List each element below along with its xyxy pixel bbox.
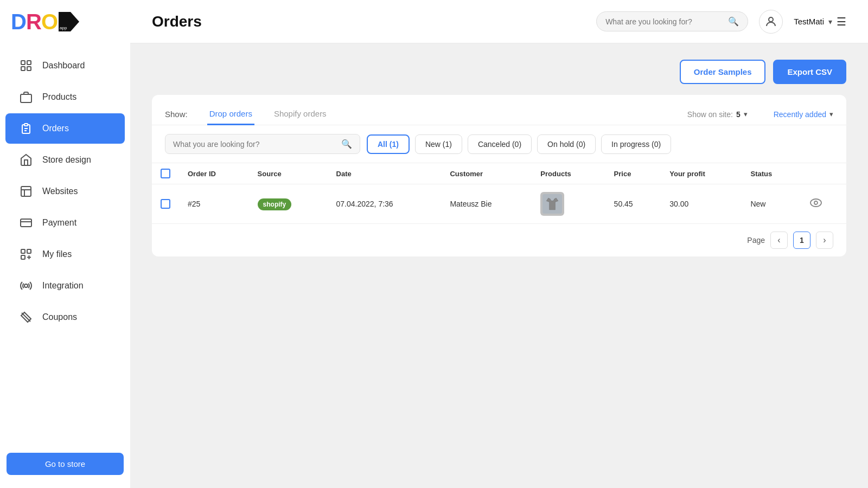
table-row: #25 shopify 07.04.2022, 7:36 Mateusz Bie <box>152 184 846 224</box>
sidebar-item-orders[interactable]: Orders <box>5 113 125 144</box>
sidebar-item-coupons[interactable]: Coupons <box>5 302 125 332</box>
filter-on-hold[interactable]: On hold (0) <box>537 134 596 154</box>
row-checkbox[interactable] <box>161 199 170 209</box>
col-source: Source <box>249 163 328 184</box>
svg-rect-17 <box>21 219 31 227</box>
sidebar-nav: Dashboard Products Orders <box>0 44 130 444</box>
username-label: TestMati <box>794 17 824 26</box>
svg-rect-20 <box>27 249 31 253</box>
store-design-icon <box>18 152 34 168</box>
svg-text:O: O <box>41 10 58 34</box>
svg-rect-10 <box>27 67 31 70</box>
search-icon: 🔍 <box>728 16 739 27</box>
order-samples-button[interactable]: Order Samples <box>680 60 766 84</box>
sidebar-item-store-design[interactable]: Store design <box>5 145 125 175</box>
tab-drop-orders[interactable]: Drop orders <box>207 104 254 125</box>
show-on-site-chevron[interactable]: ▾ <box>744 110 748 118</box>
chevron-down-icon: ▾ <box>828 17 832 26</box>
table-search-icon: 🔍 <box>341 139 352 149</box>
tab-shopify-orders[interactable]: Shopify orders <box>272 104 329 125</box>
show-label: Show: <box>165 110 188 119</box>
filter-in-progress[interactable]: In progress (0) <box>601 134 671 154</box>
col-order-id: Order ID <box>179 163 249 184</box>
svg-point-22 <box>24 284 28 287</box>
main-content: Orders 🔍 TestMati ▾ ☰ Order Samples Expo… <box>130 0 868 488</box>
svg-point-24 <box>769 17 773 22</box>
dashboard-icon <box>18 58 34 73</box>
svg-rect-19 <box>21 249 25 253</box>
search-input[interactable] <box>605 17 724 26</box>
col-profit: Your profit <box>661 163 742 184</box>
sidebar-item-products[interactable]: Products <box>5 82 125 112</box>
col-checkbox <box>152 163 179 184</box>
page-title: Orders <box>152 13 585 30</box>
recently-added-label: Recently added <box>774 110 826 119</box>
status-badge: New <box>750 200 765 208</box>
export-csv-button[interactable]: Export CSV <box>773 60 846 84</box>
hamburger-icon[interactable]: ☰ <box>837 15 846 28</box>
sidebar-item-dashboard[interactable]: Dashboard <box>5 50 125 81</box>
websites-icon <box>18 184 34 199</box>
action-bar: Order Samples Export CSV <box>152 60 846 84</box>
sidebar-item-label: Orders <box>42 124 69 133</box>
tshirt-icon <box>542 194 562 214</box>
table-search[interactable]: 🔍 <box>165 134 360 154</box>
table-search-input[interactable] <box>173 140 337 149</box>
sidebar-item-label: Store design <box>42 155 91 165</box>
avatar-icon <box>764 15 777 28</box>
page-label: Page <box>747 236 765 245</box>
logo-svg: D R O app <box>11 10 81 34</box>
sidebar-item-payment[interactable]: Payment <box>5 208 125 238</box>
my-files-icon <box>18 247 34 262</box>
col-actions <box>801 163 846 184</box>
sidebar-item-label: Dashboard <box>42 61 85 70</box>
sidebar-item-integration[interactable]: Integration <box>5 271 125 301</box>
user-avatar[interactable] <box>759 10 783 34</box>
svg-rect-9 <box>21 67 25 70</box>
filter-all[interactable]: All (1) <box>367 134 410 154</box>
sidebar-bottom: Go to store <box>0 444 130 488</box>
col-date: Date <box>328 163 442 184</box>
payment-icon <box>18 215 34 230</box>
price-cell: 50.45 <box>605 184 661 224</box>
sidebar-item-my-files[interactable]: My files <box>5 239 125 269</box>
logo: D R O app <box>0 0 130 44</box>
eye-icon <box>810 198 822 207</box>
recently-added-filter[interactable]: Recently added ▾ <box>774 110 833 119</box>
sidebar-item-label: My files <box>42 249 72 259</box>
pagination: Page ‹ 1 › <box>152 224 846 256</box>
source-cell: shopify <box>249 184 328 224</box>
select-all-checkbox[interactable] <box>161 169 170 178</box>
date-cell: 07.04.2022, 7:36 <box>328 184 442 224</box>
header: Orders 🔍 TestMati ▾ ☰ <box>130 0 868 43</box>
filter-bar: 🔍 All (1) New (1) Canceled (0) On hold (… <box>152 125 846 163</box>
sidebar-item-websites[interactable]: Websites <box>5 176 125 207</box>
products-icon <box>18 89 34 105</box>
product-thumbnail <box>540 192 564 216</box>
col-status: Status <box>742 163 801 184</box>
svg-rect-8 <box>27 61 31 65</box>
orders-card: Show: Drop orders Shopify orders Show on… <box>152 95 846 256</box>
svg-rect-14 <box>21 187 31 196</box>
sidebar-item-label: Coupons <box>42 312 77 322</box>
coupons-icon <box>18 310 34 325</box>
shopify-badge: shopify <box>258 198 292 210</box>
prev-page-button[interactable]: ‹ <box>770 232 788 249</box>
view-icon[interactable] <box>810 198 822 209</box>
svg-rect-7 <box>21 61 25 65</box>
user-menu[interactable]: TestMati ▾ ☰ <box>794 15 846 28</box>
sidebar-item-label: Payment <box>42 218 76 228</box>
tabs-row: Show: Drop orders Shopify orders Show on… <box>152 95 846 125</box>
col-products: Products <box>532 163 605 184</box>
filter-canceled[interactable]: Canceled (0) <box>468 134 532 154</box>
filter-new[interactable]: New (1) <box>415 134 462 154</box>
col-customer: Customer <box>441 163 532 184</box>
go-to-store-button[interactable]: Go to store <box>7 453 124 475</box>
status-cell: New <box>742 184 801 224</box>
show-on-site-label: Show on site: <box>687 110 733 119</box>
products-cell <box>532 184 605 224</box>
next-page-button[interactable]: › <box>816 232 833 249</box>
search-box[interactable]: 🔍 <box>596 11 748 31</box>
recently-added-chevron: ▾ <box>829 110 833 118</box>
show-on-site-value: 5 <box>736 110 741 119</box>
